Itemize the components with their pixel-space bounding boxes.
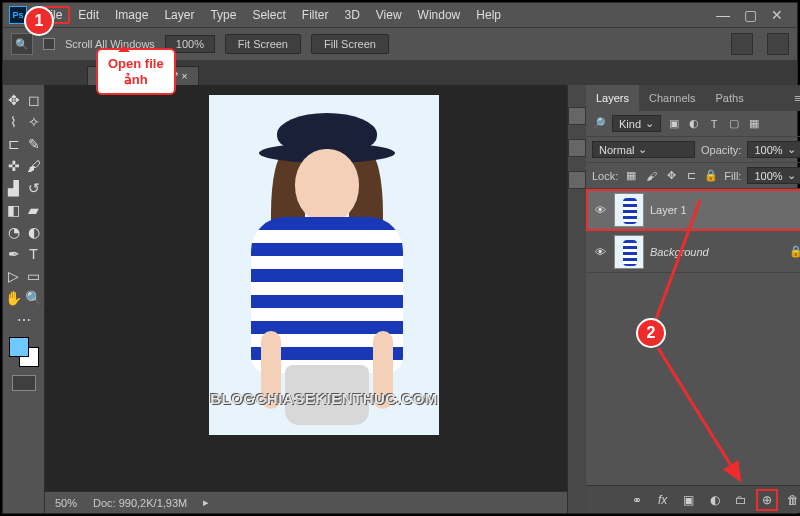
lock-position-icon[interactable]: ✥ (664, 169, 678, 183)
stamp-tool-icon[interactable]: ▟ (5, 179, 23, 197)
search-icon[interactable] (767, 33, 789, 55)
opacity-label: Opacity: (701, 144, 741, 156)
delete-layer-icon[interactable]: 🗑 (785, 492, 800, 508)
heal-tool-icon[interactable]: ✜ (5, 157, 23, 175)
marquee-tool-icon[interactable]: ◻ (25, 91, 43, 109)
filter-smart-icon[interactable]: ▦ (747, 117, 761, 131)
opacity-value[interactable]: 100%⌄ (747, 141, 800, 158)
maximize-icon[interactable]: ▢ (744, 7, 757, 23)
filter-adjust-icon[interactable]: ◐ (687, 117, 701, 131)
layer-thumbnail[interactable] (614, 235, 644, 269)
menu-3d[interactable]: 3D (336, 8, 367, 22)
status-arrow-icon[interactable]: ▸ (203, 496, 209, 509)
color-swatches[interactable] (9, 337, 39, 367)
menu-select[interactable]: Select (244, 8, 293, 22)
menu-filter[interactable]: Filter (294, 8, 337, 22)
menu-window[interactable]: Window (410, 8, 469, 22)
visibility-toggle-icon[interactable]: 👁 (592, 246, 608, 258)
edit-toolbar-icon[interactable]: ⋯ (15, 311, 33, 329)
toolbox: ✥ ◻ ⌇ ✧ ⊏ ✎ ✜ 🖌 ▟ ↺ ◧ ▰ ◔ ◐ ✒ T ▷ ▭ ✋ 🔍 (3, 85, 45, 513)
swatches-panel-icon[interactable] (568, 139, 586, 157)
lock-icon: 🔒 (789, 245, 800, 258)
fill-label: Fill: (724, 170, 741, 182)
shape-tool-icon[interactable]: ▭ (25, 267, 43, 285)
blur-tool-icon[interactable]: ◔ (5, 223, 23, 241)
hand-tool-icon[interactable]: ✋ (5, 289, 23, 307)
layer-list: 👁 Layer 1 👁 Background 🔒 (586, 189, 800, 485)
tool-preset-icon[interactable]: 🔍 (11, 33, 33, 55)
foreground-color-swatch[interactable] (9, 337, 29, 357)
document-image: BLOGCHIASEKIENTHUC.COM (209, 95, 439, 435)
layers-panel: Layers Channels Paths ≡ 🔎 Kind⌄ ▣ ◐ T ▢ … (586, 85, 800, 513)
annotation-callout: Open fileảnh (96, 48, 176, 95)
fill-screen-button[interactable]: Fill Screen (311, 34, 389, 54)
annotation-step-1: 1 (24, 6, 54, 36)
eraser-tool-icon[interactable]: ◧ (5, 201, 23, 219)
wand-tool-icon[interactable]: ✧ (25, 113, 43, 131)
quickmask-icon[interactable] (12, 375, 36, 391)
layer-row[interactable]: 👁 Layer 1 (586, 189, 800, 231)
crop-tool-icon[interactable]: ⊏ (5, 135, 23, 153)
watermark-text: BLOGCHIASEKIENTHUC.COM (210, 390, 438, 407)
visibility-toggle-icon[interactable]: 👁 (592, 204, 608, 216)
pen-tool-icon[interactable]: ✒ (5, 245, 23, 263)
lock-pixels-icon[interactable]: 🖌 (644, 169, 658, 183)
link-layers-icon[interactable]: ⚭ (629, 492, 645, 508)
filter-kind-select[interactable]: Kind⌄ (612, 115, 661, 132)
annotation-step-2: 2 (636, 318, 666, 348)
dodge-tool-icon[interactable]: ◐ (25, 223, 43, 241)
fill-value[interactable]: 100%⌄ (747, 167, 800, 184)
status-bar: 50% Doc: 990,2K/1,93M ▸ (45, 491, 567, 513)
minimize-icon[interactable]: — (716, 7, 730, 23)
adjustments-panel-icon[interactable] (568, 171, 586, 189)
menu-type[interactable]: Type (202, 8, 244, 22)
tab-layers[interactable]: Layers (586, 85, 639, 111)
tab-channels[interactable]: Channels (639, 85, 705, 111)
type-tool-icon[interactable]: T (25, 245, 43, 263)
canvas-area[interactable]: BLOGCHIASEKIENTHUC.COM (45, 85, 567, 491)
history-brush-icon[interactable]: ↺ (25, 179, 43, 197)
layer-style-icon[interactable]: fx (655, 492, 671, 508)
scroll-all-checkbox[interactable] (43, 38, 55, 50)
filter-type-icon[interactable]: T (707, 117, 721, 131)
layer-mask-icon[interactable]: ▣ (681, 492, 697, 508)
menu-layer[interactable]: Layer (156, 8, 202, 22)
layer-name[interactable]: Layer 1 (650, 204, 687, 216)
filter-shape-icon[interactable]: ▢ (727, 117, 741, 131)
new-layer-icon[interactable]: ⊕ (759, 492, 775, 508)
panel-menu-icon[interactable]: ≡ (786, 92, 800, 104)
collapsed-panels (568, 85, 586, 513)
lock-all-icon[interactable]: 🔒 (704, 169, 718, 183)
fit-screen-button[interactable]: Fit Screen (225, 34, 301, 54)
layer-name[interactable]: Background (650, 246, 709, 258)
workspace-icon[interactable] (731, 33, 753, 55)
zoom-tool-icon[interactable]: 🔍 (25, 289, 43, 307)
gradient-tool-icon[interactable]: ▰ (25, 201, 43, 219)
lock-transparent-icon[interactable]: ▦ (624, 169, 638, 183)
menu-edit[interactable]: Edit (70, 8, 107, 22)
status-doc: Doc: 990,2K/1,93M (93, 497, 187, 509)
brush-tool-icon[interactable]: 🖌 (25, 157, 43, 175)
lasso-tool-icon[interactable]: ⌇ (5, 113, 23, 131)
tab-paths[interactable]: Paths (706, 85, 754, 111)
filter-icon: 🔎 (592, 117, 606, 131)
color-panel-icon[interactable] (568, 107, 586, 125)
menu-help[interactable]: Help (468, 8, 509, 22)
path-select-icon[interactable]: ▷ (5, 267, 23, 285)
blend-mode-select[interactable]: Normal⌄ (592, 141, 695, 158)
lock-artboard-icon[interactable]: ⊏ (684, 169, 698, 183)
close-icon[interactable]: ✕ (771, 7, 783, 23)
menu-image[interactable]: Image (107, 8, 156, 22)
group-icon[interactable]: 🗀 (733, 492, 749, 508)
menu-bar: Ps File Edit Image Layer Type Select Fil… (3, 3, 797, 27)
layer-row[interactable]: 👁 Background 🔒 (586, 231, 800, 273)
layers-footer: ⚭ fx ▣ ◐ 🗀 ⊕ 🗑 (586, 485, 800, 513)
status-zoom[interactable]: 50% (55, 497, 77, 509)
menu-view[interactable]: View (368, 8, 410, 22)
filter-image-icon[interactable]: ▣ (667, 117, 681, 131)
adjustment-layer-icon[interactable]: ◐ (707, 492, 723, 508)
layer-thumbnail[interactable] (614, 193, 644, 227)
lock-label: Lock: (592, 170, 618, 182)
move-tool-icon[interactable]: ✥ (5, 91, 23, 109)
eyedropper-tool-icon[interactable]: ✎ (25, 135, 43, 153)
